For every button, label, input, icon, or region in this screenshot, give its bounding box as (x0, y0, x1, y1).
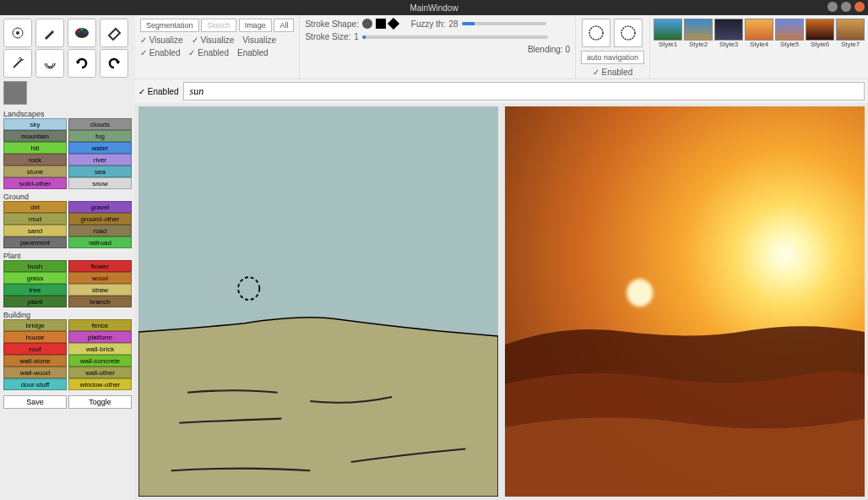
style-thumb-1[interactable]: Style1 (654, 19, 682, 48)
svg-point-3 (78, 30, 80, 33)
mode-all[interactable]: All (274, 19, 294, 32)
style-label: Style7 (841, 41, 860, 48)
palette-bush[interactable]: bush (3, 260, 67, 272)
palette-rock[interactable]: rock (3, 154, 67, 166)
palette-solid-other[interactable]: solid-other (3, 177, 67, 189)
palette-tree[interactable]: tree (3, 284, 67, 296)
palette-roof[interactable]: roof (3, 343, 67, 355)
palette-pavement[interactable]: pavement (3, 236, 67, 248)
style-label: Style5 (780, 41, 799, 48)
stroke-circle-icon[interactable] (362, 19, 372, 29)
maximize-icon[interactable] (841, 2, 851, 12)
palette-tool-icon[interactable] (68, 19, 96, 47)
target-tool-icon[interactable] (3, 19, 32, 47)
palette-grass[interactable]: grass (3, 272, 67, 284)
palette-flower[interactable]: flower (68, 260, 132, 272)
palette-hill[interactable]: hill (3, 142, 67, 154)
brush-tool-icon[interactable] (35, 19, 64, 47)
palette-ground-other[interactable]: ground-other (68, 213, 132, 225)
segmentation-canvas[interactable] (138, 106, 498, 497)
window-title: MainWindow (410, 3, 458, 13)
redo-icon[interactable] (68, 49, 96, 78)
minimize-icon[interactable] (827, 2, 838, 12)
style-thumb-5[interactable]: Style5 (775, 19, 804, 48)
spiral-tool-icon[interactable] (35, 49, 64, 78)
svg-point-4 (81, 29, 84, 31)
palette-wall-brick[interactable]: wall-brick (68, 343, 132, 355)
svg-point-5 (84, 31, 87, 34)
mode-image[interactable]: Image (239, 19, 272, 32)
palette-house[interactable]: house (3, 331, 67, 343)
palette-wall-stone[interactable]: wall-stone (3, 355, 67, 367)
stroke-size-slider[interactable] (362, 35, 548, 39)
mode-sketch[interactable]: Sketch (201, 19, 236, 32)
style-thumb-2[interactable]: Style2 (684, 19, 713, 48)
palette-river[interactable]: river (68, 154, 132, 166)
fuzzy-label: Fuzzy th: (411, 19, 446, 29)
palette-platform[interactable]: platform (68, 331, 132, 343)
seg-enabled-check[interactable]: ✓ Enabled (140, 48, 180, 57)
nav-prev-icon[interactable] (582, 19, 610, 47)
palette-wood[interactable]: wood (68, 272, 132, 284)
palette-wall-concrete[interactable]: wall-concrete (68, 355, 132, 367)
nav-next-icon[interactable] (614, 19, 643, 47)
blending-value: 0 (565, 45, 570, 54)
image-enabled-label: Enabled (237, 48, 269, 57)
style-thumb-6[interactable]: Style6 (806, 19, 834, 48)
palette-plant[interactable]: plant (3, 296, 67, 307)
palette-stone[interactable]: stone (3, 166, 67, 177)
left-sidebar: Landscapesskycloudsmountainfoghillwaterr… (0, 15, 135, 500)
palette-wall-wood[interactable]: wall-wood (3, 367, 67, 378)
palette-branch[interactable]: branch (68, 296, 132, 307)
stroke-size-label: Stroke Size: (305, 32, 350, 41)
palette-sky[interactable]: sky (3, 118, 67, 130)
palette-railroad[interactable]: railroad (68, 236, 132, 248)
style-thumb-3[interactable]: Style3 (714, 19, 743, 48)
palette-sand[interactable]: sand (3, 225, 67, 236)
palette-snow[interactable]: snow (68, 177, 132, 189)
palette-window-other[interactable]: window-other (68, 378, 132, 390)
palette-door-stuff[interactable]: door-stuff (3, 378, 67, 390)
palette-fog[interactable]: fog (68, 130, 132, 142)
style-label: Style3 (719, 41, 738, 48)
nav-enabled-check[interactable]: ✓ Enabled (593, 68, 632, 77)
stroke-size-value: 1 (354, 32, 359, 41)
auto-navigation-button[interactable]: auto navigation (581, 51, 644, 64)
palette-bridge[interactable]: bridge (3, 319, 67, 331)
save-button[interactable]: Save (3, 395, 67, 409)
sketch-visualize-check[interactable]: ✓ Visualize (192, 35, 235, 45)
close-icon[interactable] (854, 2, 865, 12)
seg-visualize-check[interactable]: ✓ Visualize (140, 35, 183, 45)
svg-point-7 (621, 26, 635, 40)
cursor-icon (238, 277, 259, 300)
palette-water[interactable]: water (68, 142, 132, 154)
palette-road[interactable]: road (68, 225, 132, 236)
palette-gravel[interactable]: gravel (68, 201, 132, 213)
palette-mud[interactable]: mud (3, 213, 67, 225)
current-color-swatch[interactable] (3, 81, 27, 105)
palette-wall-other[interactable]: wall-other (68, 367, 132, 378)
mode-segmentation[interactable]: Segmentation (140, 19, 199, 32)
output-canvas (505, 106, 865, 497)
palette-fence[interactable]: fence (68, 319, 132, 331)
undo-icon[interactable] (100, 49, 128, 78)
palette-clouds[interactable]: clouds (68, 118, 132, 130)
category-label: Landscapes (3, 110, 132, 118)
stroke-square-icon[interactable] (376, 19, 386, 29)
sketch-enabled-check[interactable]: ✓ Enabled (188, 48, 228, 57)
eraser-tool-icon[interactable] (100, 19, 128, 47)
palette-sea[interactable]: sea (68, 166, 132, 177)
palette-mountain[interactable]: mountain (3, 130, 67, 142)
palette-dirt[interactable]: dirt (3, 201, 67, 213)
wand-tool-icon[interactable] (3, 49, 32, 78)
toggle-button[interactable]: Toggle (68, 395, 132, 409)
stroke-diamond-icon[interactable] (388, 18, 399, 30)
style-thumb-7[interactable]: Style7 (836, 19, 865, 48)
titlebar: MainWindow (0, 0, 868, 15)
style-thumb-4[interactable]: Style4 (745, 19, 773, 48)
prompt-enabled-check[interactable]: ✓ Enabled (138, 87, 178, 96)
prompt-input[interactable] (183, 82, 865, 101)
style-label: Style4 (750, 41, 768, 48)
fuzzy-slider[interactable] (462, 22, 546, 25)
palette-straw[interactable]: straw (68, 284, 132, 296)
